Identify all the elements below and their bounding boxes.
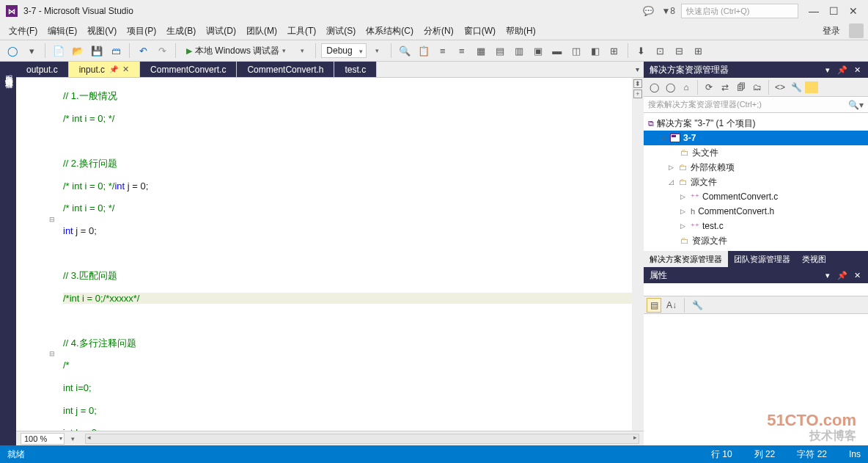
panel-pin-icon[interactable]: 📌 — [837, 270, 847, 280]
show-all-icon[interactable]: 🗐 — [734, 80, 749, 95]
fold-icon[interactable]: ⊟ — [45, 214, 59, 225]
file-tab-commentconvert-h[interactable]: CommentConvert.h — [237, 62, 334, 77]
tab-solution-explorer[interactable]: 解决方案资源管理器 — [644, 251, 728, 267]
panel-dropdown-icon[interactable]: ▾ — [823, 270, 833, 280]
folder-icon[interactable] — [805, 81, 818, 93]
toolbar-icon[interactable]: ▬ — [549, 43, 565, 59]
nav-back-icon[interactable]: ◯ — [4, 43, 21, 59]
toolbar-icon[interactable]: ⊞ — [606, 43, 622, 59]
wrench-icon[interactable]: 🔧 — [690, 298, 705, 313]
file-tab-test[interactable]: test.c — [334, 62, 377, 77]
wrench-icon[interactable]: 🔧 — [789, 80, 803, 95]
menu-window[interactable]: 窗口(W) — [460, 23, 500, 39]
tree-folder-headers[interactable]: 🗀头文件 — [644, 145, 868, 160]
save-icon[interactable]: 💾 — [89, 43, 105, 59]
toolbar-icon[interactable]: ▥ — [511, 43, 527, 59]
menu-test[interactable]: 测试(S) — [322, 23, 360, 39]
fold-icon[interactable]: ⊟ — [45, 349, 59, 360]
server-explorer-tab[interactable]: 服务器资源管理器 — [4, 66, 15, 441]
zoom-dropdown-icon[interactable]: ▾ — [65, 431, 81, 447]
pin-icon[interactable]: 📌 — [109, 65, 118, 73]
status-col: 列 22 — [754, 448, 776, 461]
home-icon[interactable]: ◯ — [663, 80, 677, 95]
menu-edit[interactable]: 编辑(E) — [43, 23, 81, 39]
menu-debug[interactable]: 调试(D) — [202, 23, 240, 39]
split-icon[interactable]: ⬍ — [633, 79, 642, 88]
menu-bar: 文件(F) 编辑(E) 视图(V) 项目(P) 生成(B) 调试(D) 团队(M… — [0, 22, 868, 40]
tree-file[interactable]: ▷hCommentConvert.h — [644, 204, 868, 219]
menu-help[interactable]: 帮助(H) — [501, 23, 540, 39]
toolbar-icon[interactable]: ≡ — [454, 43, 470, 59]
panel-close-icon[interactable]: ✕ — [852, 270, 862, 280]
feedback-icon[interactable]: 💬 — [643, 6, 654, 16]
toolbar-icon[interactable]: ◫ — [568, 43, 584, 59]
zoom-combo[interactable]: 100 % — [21, 433, 65, 445]
menu-project[interactable]: 项目(P) — [122, 23, 161, 39]
redo-icon[interactable]: ↷ — [154, 43, 170, 59]
file-tab-output[interactable]: output.c — [16, 62, 69, 77]
login-link[interactable]: 登录 — [818, 23, 845, 39]
toolbar-icon[interactable]: ◧ — [587, 43, 603, 59]
home-icon[interactable]: ◯ — [647, 80, 661, 95]
tree-folder-external[interactable]: ▷🗀外部依赖项 — [644, 160, 868, 175]
code-editor[interactable]: // 1.一般情况 /* int i = 0; */ // 2.换行问题 /* … — [59, 78, 632, 431]
maximize-button[interactable]: ☐ — [829, 5, 839, 17]
panel-pin-icon[interactable]: 📌 — [837, 65, 847, 75]
refresh-icon[interactable]: ⟳ — [702, 80, 716, 95]
file-tab-input[interactable]: input.c📌✕ — [69, 62, 140, 77]
toolbar-icon[interactable]: 📋 — [416, 43, 432, 59]
menu-build[interactable]: 生成(B) — [162, 23, 200, 39]
categorize-icon[interactable]: ▤ — [647, 298, 661, 313]
sort-az-icon[interactable]: A↓ — [664, 298, 679, 313]
status-ready: 就绪 — [7, 448, 25, 461]
toolbar-icon[interactable]: ⊡ — [652, 43, 669, 59]
file-tab-commentconvert-c[interactable]: CommentConvert.c — [140, 62, 237, 77]
menu-team[interactable]: 团队(M) — [242, 23, 282, 39]
properties-icon[interactable]: 🗂 — [750, 80, 765, 95]
h-scrollbar[interactable] — [85, 434, 639, 444]
toolbar-icon[interactable]: ▤ — [492, 43, 508, 59]
toolbar-icon[interactable]: ⬇ — [633, 43, 650, 59]
home-icon[interactable]: ⌂ — [679, 80, 694, 95]
config-combo[interactable]: Debug — [321, 43, 366, 58]
minimize-button[interactable]: — — [809, 5, 819, 17]
code-icon[interactable]: <> — [773, 80, 787, 95]
close-tab-icon[interactable]: ✕ — [122, 65, 129, 74]
user-avatar-icon[interactable] — [849, 23, 864, 38]
menu-arch[interactable]: 体系结构(C) — [361, 23, 418, 39]
save-all-icon[interactable]: 🗃 — [108, 43, 124, 59]
solution-search[interactable]: 搜索解决方案资源管理器(Ctrl+;) 🔍▾ — [644, 97, 868, 113]
tab-team-explorer[interactable]: 团队资源管理器 — [728, 251, 796, 267]
close-button[interactable]: ✕ — [849, 5, 858, 17]
tree-file[interactable]: ▷⁺⁺CommentConvert.c — [644, 189, 868, 204]
sync-icon[interactable]: ⇄ — [718, 80, 732, 95]
toolbar-icon[interactable]: 🔍 — [397, 43, 413, 59]
file-tabs: output.c input.c📌✕ CommentConvert.c Comm… — [16, 62, 644, 78]
menu-analyze[interactable]: 分析(N) — [419, 23, 458, 39]
tree-folder-source[interactable]: ◿🗀源文件 — [644, 175, 868, 189]
toolbar-icon[interactable]: ▦ — [473, 43, 489, 59]
tree-folder-resource[interactable]: 🗀资源文件 — [644, 233, 868, 248]
nav-fwd-icon[interactable]: ▾ — [23, 43, 40, 59]
toolbar-icon[interactable]: ⊞ — [691, 43, 707, 59]
toolbar-icon[interactable]: ▣ — [530, 43, 546, 59]
tree-project[interactable]: ◿3-7 — [644, 131, 868, 145]
panel-close-icon[interactable]: ✕ — [852, 65, 862, 75]
panel-dropdown-icon[interactable]: ▾ — [823, 65, 833, 75]
toolbar-icon[interactable]: ≡ — [435, 43, 451, 59]
tab-class-view[interactable]: 类视图 — [796, 251, 832, 267]
undo-icon[interactable]: ↶ — [135, 43, 151, 59]
open-file-icon[interactable]: 📂 — [70, 43, 86, 59]
menu-view[interactable]: 视图(V) — [83, 23, 121, 39]
quick-launch-input[interactable]: 快速启动 (Ctrl+Q) — [681, 4, 798, 18]
notifications-icon[interactable]: ▼8 — [661, 6, 675, 16]
menu-tools[interactable]: 工具(T) — [283, 23, 320, 39]
split-icon[interactable]: + — [633, 90, 642, 98]
new-project-icon[interactable]: 📄 — [51, 43, 67, 59]
tree-file[interactable]: ▷⁺⁺test.c — [644, 219, 868, 233]
start-debug-button[interactable]: ▶ 本地 Windows 调试器 ▾ — [181, 43, 291, 59]
tree-solution[interactable]: ⧉解决方案 "3-7" (1 个项目) — [644, 116, 868, 131]
toolbar-icon[interactable]: ⊟ — [672, 43, 688, 59]
menu-file[interactable]: 文件(F) — [4, 23, 42, 39]
tabs-dropdown-icon[interactable]: ▾ — [630, 62, 644, 77]
